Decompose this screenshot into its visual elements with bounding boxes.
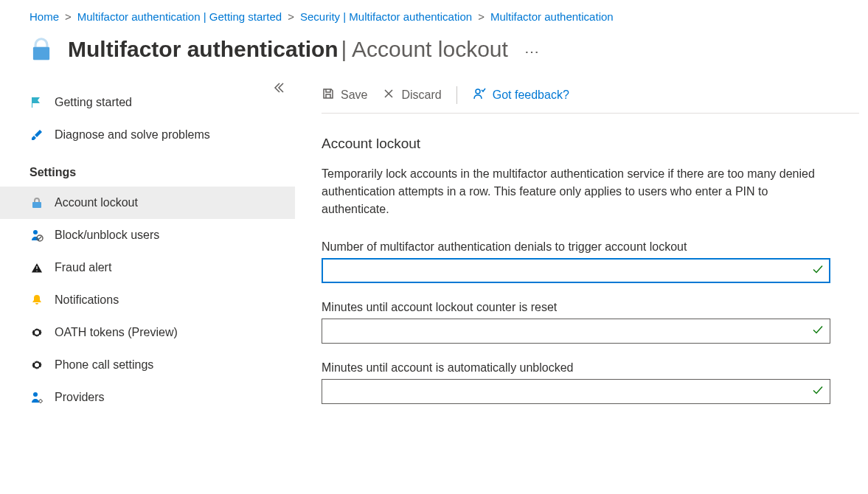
sidebar-item-phone-call[interactable]: Phone call settings — [0, 349, 295, 381]
toolbar-separator — [456, 86, 457, 104]
user-block-icon — [29, 228, 44, 243]
breadcrumb-link-mfa[interactable]: Multifactor authentication — [490, 10, 614, 23]
flag-icon — [29, 95, 44, 110]
denials-input[interactable] — [322, 258, 830, 283]
sidebar-item-providers[interactable]: Providers — [0, 381, 295, 414]
sidebar-item-label: Diagnose and solve problems — [55, 128, 210, 142]
section-description: Temporarily lock accounts in the multifa… — [322, 165, 823, 218]
feedback-label: Got feedback? — [493, 88, 569, 102]
field-label: Minutes until account is automatically u… — [322, 361, 830, 375]
breadcrumb-link-home[interactable]: Home — [29, 10, 59, 23]
gear-icon — [29, 325, 44, 340]
unblock-minutes-input[interactable] — [322, 379, 830, 404]
gear-icon — [29, 358, 44, 372]
svg-line-4 — [38, 237, 42, 240]
reset-minutes-input[interactable] — [322, 319, 830, 344]
checkmark-icon — [811, 384, 824, 400]
save-icon — [322, 87, 335, 103]
page-subtitle: | Account lockout — [341, 37, 508, 61]
svg-point-2 — [33, 230, 38, 234]
sidebar-item-block-unblock[interactable]: Block/unblock users — [0, 219, 295, 251]
sidebar-item-oath-tokens[interactable]: OATH tokens (Preview) — [0, 316, 295, 349]
breadcrumb-link-mfa-getting-started[interactable]: Multifactor authentication | Getting sta… — [77, 10, 282, 23]
field-label: Minutes until account lockout counter is… — [322, 301, 830, 314]
feedback-button[interactable]: Got feedback? — [472, 86, 569, 104]
page-header: Multifactor authentication | Account loc… — [0, 29, 868, 79]
sidebar-item-diagnose[interactable]: Diagnose and solve problems — [0, 119, 295, 151]
checkmark-icon — [811, 324, 824, 339]
sidebar-item-label: OATH tokens (Preview) — [55, 326, 178, 339]
save-button[interactable]: Save — [322, 87, 367, 103]
sidebar-item-label: Getting started — [55, 96, 132, 109]
discard-button[interactable]: Discard — [382, 87, 441, 103]
field-label: Number of multifactor authentication den… — [322, 240, 830, 254]
save-label: Save — [341, 88, 367, 102]
toolbar: Save Discard Got feedback? — [322, 79, 859, 114]
breadcrumb: Home > Multifactor authentication | Gett… — [0, 0, 868, 29]
main-content: Save Discard Got feedback? Account locko… — [295, 79, 868, 484]
page-title: Multifactor authentication — [68, 37, 338, 61]
close-icon — [382, 87, 395, 103]
sidebar-item-account-lockout[interactable]: Account lockout — [0, 187, 295, 219]
feedback-icon — [472, 86, 487, 104]
sidebar-item-label: Notifications — [55, 293, 119, 307]
section-title: Account lockout — [322, 136, 868, 152]
field-reset-minutes: Minutes until account lockout counter is… — [322, 301, 830, 344]
svg-point-5 — [33, 392, 38, 397]
svg-rect-0 — [33, 47, 49, 60]
lock-icon — [29, 195, 44, 210]
breadcrumb-sep: > — [478, 10, 485, 23]
bell-icon — [29, 293, 44, 307]
sidebar: Getting started Diagnose and solve probl… — [0, 79, 295, 484]
sidebar-item-getting-started[interactable]: Getting started — [0, 86, 295, 119]
svg-point-7 — [476, 89, 480, 94]
more-menu-button[interactable]: ⋯ — [524, 44, 541, 60]
warning-icon — [29, 260, 44, 275]
breadcrumb-link-security-mfa[interactable]: Security | Multifactor authentication — [300, 10, 472, 23]
tools-icon — [29, 128, 44, 142]
svg-point-6 — [39, 400, 42, 403]
checkmark-icon — [811, 263, 824, 279]
sidebar-item-fraud-alert[interactable]: Fraud alert — [0, 251, 295, 284]
sidebar-item-label: Fraud alert — [55, 261, 111, 274]
sidebar-item-label: Account lockout — [55, 196, 138, 209]
breadcrumb-sep: > — [65, 10, 72, 23]
sidebar-section-settings: Settings — [0, 151, 295, 187]
lock-icon — [27, 35, 56, 64]
discard-label: Discard — [401, 88, 441, 102]
sidebar-item-notifications[interactable]: Notifications — [0, 284, 295, 316]
breadcrumb-sep: > — [288, 10, 294, 23]
field-denials-trigger: Number of multifactor authentication den… — [322, 240, 830, 283]
sidebar-item-label: Phone call settings — [55, 358, 153, 372]
collapse-sidebar-button[interactable] — [273, 82, 285, 97]
user-gear-icon — [29, 390, 44, 405]
svg-rect-1 — [32, 202, 41, 208]
sidebar-item-label: Providers — [55, 391, 105, 404]
sidebar-item-label: Block/unblock users — [55, 229, 159, 242]
field-unblock-minutes: Minutes until account is automatically u… — [322, 361, 830, 404]
